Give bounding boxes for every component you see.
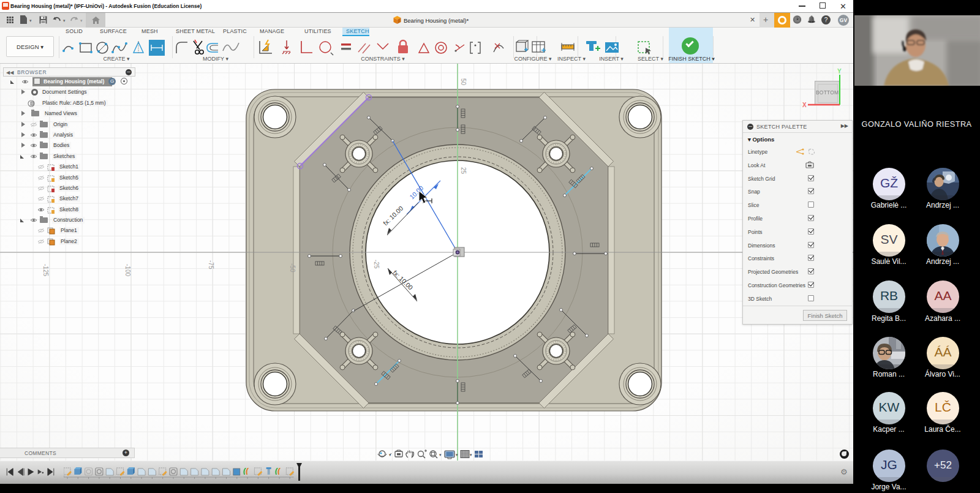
svg-text:-75: -75 — [208, 260, 214, 269]
svg-text:▾: ▾ — [439, 453, 442, 457]
svg-text:▾: ▾ — [456, 453, 458, 457]
svg-text:Y: Y — [837, 68, 842, 75]
svg-text:X: X — [802, 102, 807, 108]
svg-text:▾: ▾ — [389, 453, 391, 457]
svg-text:-50: -50 — [289, 263, 296, 273]
svg-text:▾: ▾ — [470, 453, 472, 457]
svg-text:50: 50 — [460, 78, 467, 86]
svg-text:25: 25 — [460, 167, 467, 175]
svg-text:-125: -125 — [42, 264, 49, 276]
svg-text:-25: -25 — [373, 260, 380, 269]
svg-text:-100: -100 — [124, 264, 131, 276]
